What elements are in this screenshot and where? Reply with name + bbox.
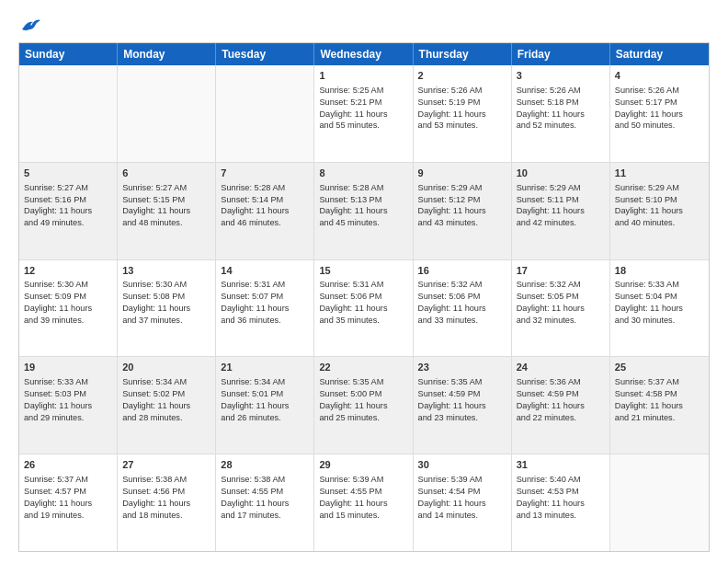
day-number: 10: [517, 167, 605, 180]
day-number: 3: [517, 69, 605, 83]
calendar-cell: 14Sunrise: 5:31 AMSunset: 5:07 PMDayligh…: [216, 260, 314, 357]
day-number: 2: [418, 69, 506, 83]
cell-sun-info: Sunrise: 5:28 AMSunset: 5:13 PMDaylight:…: [319, 183, 387, 228]
day-number: 6: [122, 167, 210, 180]
day-number: 11: [615, 167, 704, 180]
cell-sun-info: Sunrise: 5:34 AMSunset: 5:01 PMDaylight:…: [221, 377, 289, 422]
cell-sun-info: Sunrise: 5:29 AMSunset: 5:12 PMDaylight:…: [418, 183, 486, 228]
day-number: 30: [418, 458, 506, 472]
day-number: 15: [319, 264, 407, 278]
calendar-cell: [19, 65, 118, 162]
calendar-header: SundayMondayTuesdayWednesdayThursdayFrid…: [19, 43, 709, 65]
day-number: 8: [319, 167, 407, 180]
calendar-cell: 26Sunrise: 5:37 AMSunset: 4:57 PMDayligh…: [19, 454, 118, 551]
calendar-cell: 5Sunrise: 5:27 AMSunset: 5:16 PMDaylight…: [19, 163, 118, 259]
logo-bird-icon: [20, 17, 40, 33]
calendar-row-4: 19Sunrise: 5:33 AMSunset: 5:03 PMDayligh…: [19, 357, 709, 454]
cell-sun-info: Sunrise: 5:29 AMSunset: 5:11 PMDaylight:…: [517, 183, 585, 228]
header-day-monday: Monday: [118, 43, 216, 65]
calendar-row-3: 12Sunrise: 5:30 AMSunset: 5:09 PMDayligh…: [19, 260, 709, 358]
logo: [18, 17, 40, 33]
calendar-cell: 1Sunrise: 5:25 AMSunset: 5:21 PMDaylight…: [314, 65, 413, 162]
page: SundayMondayTuesdayWednesdayThursdayFrid…: [0, 0, 728, 563]
cell-sun-info: Sunrise: 5:37 AMSunset: 4:57 PMDaylight:…: [24, 475, 92, 520]
calendar-cell: 17Sunrise: 5:32 AMSunset: 5:05 PMDayligh…: [512, 260, 610, 357]
calendar-cell: 7Sunrise: 5:28 AMSunset: 5:14 PMDaylight…: [216, 163, 314, 259]
day-number: 24: [517, 361, 605, 374]
calendar-cell: 19Sunrise: 5:33 AMSunset: 5:03 PMDayligh…: [19, 357, 118, 454]
cell-sun-info: Sunrise: 5:34 AMSunset: 5:02 PMDaylight:…: [122, 377, 190, 422]
calendar-cell: 21Sunrise: 5:34 AMSunset: 5:01 PMDayligh…: [216, 357, 314, 454]
calendar-cell: 10Sunrise: 5:29 AMSunset: 5:11 PMDayligh…: [512, 163, 610, 259]
calendar-row-1: 1Sunrise: 5:25 AMSunset: 5:21 PMDaylight…: [19, 65, 709, 163]
calendar-cell: 18Sunrise: 5:33 AMSunset: 5:04 PMDayligh…: [610, 260, 709, 357]
cell-sun-info: Sunrise: 5:30 AMSunset: 5:08 PMDaylight:…: [122, 280, 190, 325]
calendar-cell: [216, 65, 314, 162]
cell-sun-info: Sunrise: 5:35 AMSunset: 5:00 PMDaylight:…: [319, 377, 387, 422]
day-number: 7: [221, 167, 309, 180]
header-day-wednesday: Wednesday: [314, 43, 413, 65]
cell-sun-info: Sunrise: 5:26 AMSunset: 5:19 PMDaylight:…: [418, 86, 486, 131]
calendar-cell: [610, 454, 709, 551]
header-day-thursday: Thursday: [414, 43, 512, 65]
calendar-cell: 25Sunrise: 5:37 AMSunset: 4:58 PMDayligh…: [610, 357, 709, 454]
day-number: 9: [418, 167, 506, 180]
day-number: 31: [517, 458, 605, 472]
cell-sun-info: Sunrise: 5:38 AMSunset: 4:56 PMDaylight:…: [122, 475, 190, 520]
header-day-saturday: Saturday: [610, 43, 709, 65]
cell-sun-info: Sunrise: 5:30 AMSunset: 5:09 PMDaylight:…: [24, 280, 92, 325]
header: [18, 17, 710, 33]
calendar-cell: 13Sunrise: 5:30 AMSunset: 5:08 PMDayligh…: [118, 260, 216, 357]
day-number: 4: [615, 69, 704, 83]
cell-sun-info: Sunrise: 5:40 AMSunset: 4:53 PMDaylight:…: [517, 475, 585, 520]
day-number: 19: [24, 361, 112, 374]
calendar-cell: 20Sunrise: 5:34 AMSunset: 5:02 PMDayligh…: [118, 357, 216, 454]
calendar-cell: 22Sunrise: 5:35 AMSunset: 5:00 PMDayligh…: [314, 357, 413, 454]
day-number: 1: [319, 69, 407, 83]
calendar-body: 1Sunrise: 5:25 AMSunset: 5:21 PMDaylight…: [19, 65, 709, 551]
day-number: 23: [418, 361, 506, 374]
cell-sun-info: Sunrise: 5:26 AMSunset: 5:17 PMDaylight:…: [615, 86, 683, 131]
day-number: 13: [122, 264, 210, 278]
day-number: 28: [221, 458, 309, 472]
calendar-cell: 29Sunrise: 5:39 AMSunset: 4:55 PMDayligh…: [314, 454, 413, 551]
calendar-cell: 11Sunrise: 5:29 AMSunset: 5:10 PMDayligh…: [610, 163, 709, 259]
calendar-cell: 8Sunrise: 5:28 AMSunset: 5:13 PMDaylight…: [314, 163, 413, 259]
calendar-row-5: 26Sunrise: 5:37 AMSunset: 4:57 PMDayligh…: [19, 454, 709, 551]
cell-sun-info: Sunrise: 5:32 AMSunset: 5:05 PMDaylight:…: [517, 280, 585, 325]
calendar-row-2: 5Sunrise: 5:27 AMSunset: 5:16 PMDaylight…: [19, 163, 709, 260]
cell-sun-info: Sunrise: 5:37 AMSunset: 4:58 PMDaylight:…: [615, 377, 683, 422]
day-number: 17: [517, 264, 605, 278]
cell-sun-info: Sunrise: 5:33 AMSunset: 5:03 PMDaylight:…: [24, 377, 92, 422]
calendar-cell: 3Sunrise: 5:26 AMSunset: 5:18 PMDaylight…: [512, 65, 610, 162]
day-number: 29: [319, 458, 407, 472]
cell-sun-info: Sunrise: 5:31 AMSunset: 5:06 PMDaylight:…: [319, 280, 387, 325]
calendar-cell: 4Sunrise: 5:26 AMSunset: 5:17 PMDaylight…: [610, 65, 709, 162]
cell-sun-info: Sunrise: 5:26 AMSunset: 5:18 PMDaylight:…: [517, 86, 585, 131]
calendar-cell: 30Sunrise: 5:39 AMSunset: 4:54 PMDayligh…: [414, 454, 512, 551]
cell-sun-info: Sunrise: 5:36 AMSunset: 4:59 PMDaylight:…: [517, 377, 585, 422]
day-number: 22: [319, 361, 407, 374]
cell-sun-info: Sunrise: 5:27 AMSunset: 5:15 PMDaylight:…: [122, 183, 190, 228]
day-number: 27: [122, 458, 210, 472]
cell-sun-info: Sunrise: 5:29 AMSunset: 5:10 PMDaylight:…: [615, 183, 683, 228]
day-number: 16: [418, 264, 506, 278]
cell-sun-info: Sunrise: 5:27 AMSunset: 5:16 PMDaylight:…: [24, 183, 92, 228]
header-day-sunday: Sunday: [19, 43, 118, 65]
calendar-cell: 2Sunrise: 5:26 AMSunset: 5:19 PMDaylight…: [414, 65, 512, 162]
cell-sun-info: Sunrise: 5:25 AMSunset: 5:21 PMDaylight:…: [319, 86, 387, 131]
cell-sun-info: Sunrise: 5:39 AMSunset: 4:54 PMDaylight:…: [418, 475, 486, 520]
day-number: 14: [221, 264, 309, 278]
header-day-tuesday: Tuesday: [216, 43, 314, 65]
calendar-cell: [118, 65, 216, 162]
calendar-cell: 15Sunrise: 5:31 AMSunset: 5:06 PMDayligh…: [314, 260, 413, 357]
cell-sun-info: Sunrise: 5:31 AMSunset: 5:07 PMDaylight:…: [221, 280, 289, 325]
cell-sun-info: Sunrise: 5:38 AMSunset: 4:55 PMDaylight:…: [221, 475, 289, 520]
cell-sun-info: Sunrise: 5:28 AMSunset: 5:14 PMDaylight:…: [221, 183, 289, 228]
cell-sun-info: Sunrise: 5:39 AMSunset: 4:55 PMDaylight:…: [319, 475, 387, 520]
day-number: 18: [615, 264, 704, 278]
day-number: 21: [221, 361, 309, 374]
cell-sun-info: Sunrise: 5:35 AMSunset: 4:59 PMDaylight:…: [418, 377, 486, 422]
day-number: 20: [122, 361, 210, 374]
day-number: 25: [615, 361, 704, 374]
